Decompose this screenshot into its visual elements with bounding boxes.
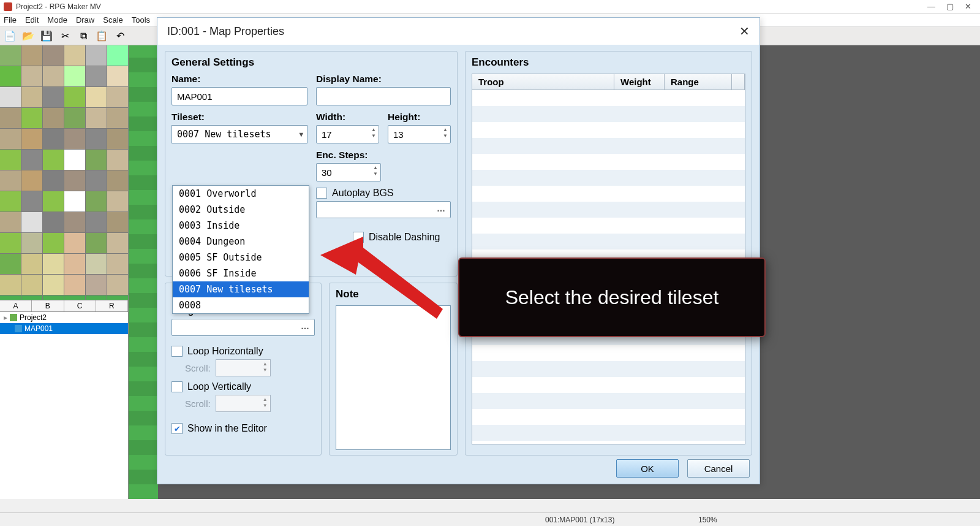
menu-scale[interactable]: Scale [103, 15, 123, 25]
undo-icon[interactable]: ↶ [114, 30, 126, 42]
save-icon[interactable]: 💾 [40, 30, 53, 42]
tab-c[interactable]: C [64, 300, 96, 311]
menu-draw[interactable]: Draw [76, 15, 94, 25]
menu-tools[interactable]: Tools [132, 15, 150, 25]
height-value: 13 [393, 129, 404, 140]
tileset-option[interactable]: 0003 Inside [173, 218, 309, 234]
name-label: Name: [172, 74, 307, 85]
general-settings-title: General Settings [172, 56, 451, 69]
tileset-dropdown: 0001 Overworld 0002 Outside 0003 Inside … [172, 185, 309, 314]
map-properties-dialog: ID:001 - Map Properties ✕ General Settin… [157, 17, 760, 484]
loop-h-checkbox[interactable]: Loop Horizontally [172, 346, 315, 357]
maximize-icon[interactable]: ▢ [946, 2, 954, 11]
encounters-panel: Encounters Troop Weight Range [465, 51, 752, 455]
tileset-option[interactable]: 0006 SF Inside [173, 265, 309, 281]
loop-v-checkbox[interactable]: Loop Vertically [172, 381, 315, 392]
tileset-option-selected[interactable]: 0007 New tilesets [173, 281, 309, 297]
display-name-label: Display Name: [316, 74, 451, 85]
tileset-value: 0007 New tilesets [177, 129, 271, 140]
ok-button[interactable]: OK [616, 459, 679, 478]
width-spinner[interactable]: 17▲▼ [316, 125, 379, 143]
autoplay-bgs-checkbox[interactable]: Autoplay BGS [316, 188, 451, 199]
close-icon[interactable]: ✕ [965, 2, 971, 11]
tree-map-item[interactable]: MAP001 [0, 323, 128, 334]
left-panel: A B C R ▸Project2 MAP001 [0, 45, 129, 499]
app-icon [4, 2, 12, 11]
status-bar: 001:MAP001 (17x13) 150% [0, 513, 980, 526]
name-input[interactable]: MAP001 [172, 87, 307, 105]
tileset-option[interactable]: 0004 Dungeon [173, 234, 309, 250]
map-tree: ▸Project2 MAP001 [0, 312, 128, 499]
tileset-option[interactable]: 0002 Outside [173, 202, 309, 218]
dialog-title: ID:001 - Map Properties [167, 25, 284, 38]
window-titlebar: Project2 - RPG Maker MV — ▢ ✕ [0, 0, 980, 13]
menu-mode[interactable]: Mode [47, 15, 67, 25]
scroll-h-label: Scroll: [185, 363, 211, 373]
window-title: Project2 - RPG Maker MV [16, 2, 101, 11]
svg-marker-0 [320, 237, 443, 319]
tileset-option[interactable]: 0001 Overworld [173, 186, 309, 202]
tileset-option[interactable]: 0008 [173, 297, 309, 313]
dialog-close-icon[interactable]: ✕ [739, 24, 750, 39]
tree-map-label: MAP001 [24, 324, 53, 333]
show-editor-label: Show in the Editor [187, 423, 267, 434]
col-scroll [732, 74, 745, 90]
autoplay-bgs-file[interactable] [316, 201, 451, 218]
encounters-title: Encounters [472, 56, 745, 69]
enc-steps-spinner[interactable]: 30▲▼ [316, 163, 381, 181]
tab-r[interactable]: R [96, 300, 128, 311]
tileset-combo[interactable]: 0007 New tilesets ▼ [172, 125, 307, 143]
tree-project[interactable]: ▸Project2 [0, 312, 128, 323]
enc-steps-label: Enc. Steps: [316, 150, 381, 161]
show-editor-checkbox[interactable]: ✔Show in the Editor [172, 423, 315, 434]
cancel-button[interactable]: Cancel [687, 459, 750, 478]
new-icon[interactable]: 📄 [4, 30, 16, 42]
tab-b[interactable]: B [32, 300, 64, 311]
height-spinner[interactable]: 13▲▼ [388, 125, 451, 143]
width-label: Width: [316, 112, 379, 123]
col-range[interactable]: Range [665, 74, 732, 90]
status-map: 001:MAP001 (17x13) [545, 516, 614, 524]
display-name-input[interactable] [316, 87, 451, 105]
parallax-image-input[interactable] [172, 319, 315, 336]
scroll-h-spinner: ▲▼ [216, 359, 271, 376]
status-zoom: 150% [698, 516, 717, 524]
tree-project-label: Project2 [20, 313, 47, 322]
chevron-down-icon: ▼ [299, 131, 303, 139]
tileset-label: Tileset: [172, 112, 307, 123]
tileset-tabs: A B C R [0, 300, 128, 312]
copy-icon[interactable]: ⧉ [77, 30, 89, 42]
menu-file[interactable]: File [4, 15, 17, 25]
scroll-v-label: Scroll: [185, 398, 211, 409]
annotation-arrow-icon [314, 237, 449, 335]
width-value: 17 [322, 129, 332, 140]
scroll-v-spinner: ▲▼ [216, 395, 271, 412]
minimize-icon[interactable]: — [927, 2, 935, 11]
paste-icon[interactable]: 📋 [96, 30, 108, 42]
autoplay-bgs-label: Autoplay BGS [332, 188, 394, 199]
tileset-option[interactable]: 0005 SF Outside [173, 250, 309, 265]
enc-steps-value: 30 [322, 167, 332, 178]
tab-a[interactable]: A [0, 300, 32, 311]
annotation-callout: Select the desired tileset [458, 257, 766, 337]
name-value: MAP001 [177, 91, 213, 102]
menu-edit[interactable]: Edit [25, 15, 39, 25]
col-weight[interactable]: Weight [614, 74, 665, 90]
tileset-palette[interactable] [0, 45, 128, 300]
height-label: Height: [388, 112, 451, 123]
col-troop[interactable]: Troop [472, 74, 614, 90]
cut-icon[interactable]: ✂ [59, 30, 71, 42]
loop-h-label: Loop Horizontally [187, 346, 263, 357]
annotation-text: Select the desired tileset [505, 286, 719, 309]
open-icon[interactable]: 📂 [22, 30, 34, 42]
loop-v-label: Loop Vertically [187, 381, 251, 392]
